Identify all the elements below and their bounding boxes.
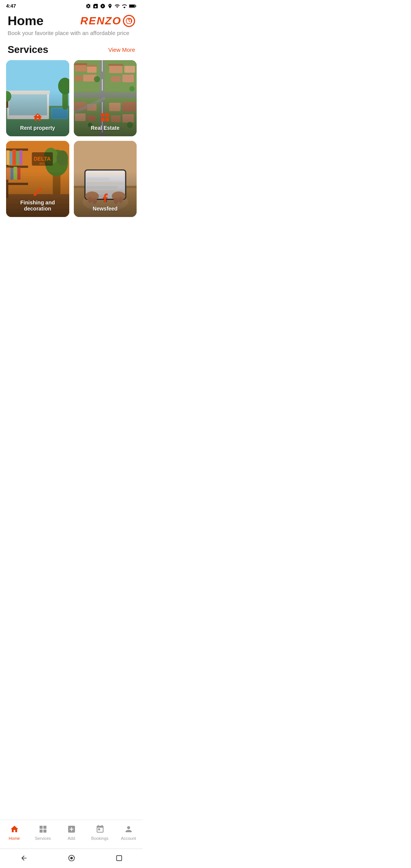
services-grid: Rent property <box>0 60 143 217</box>
view-more-button[interactable]: View More <box>108 46 135 53</box>
svg-rect-81 <box>86 177 109 180</box>
wifi-icon <box>115 3 120 9</box>
page-subtitle: Book your favorite place with an afforda… <box>0 30 143 42</box>
battery-icon <box>129 3 137 9</box>
nav-label-add: Add <box>68 836 75 841</box>
nav-item-bookings[interactable]: Bookings <box>86 824 114 841</box>
nav-label-home: Home <box>9 836 20 841</box>
svg-rect-33 <box>122 75 134 82</box>
nav-item-add[interactable]: Add <box>57 824 86 841</box>
rent-property-icon <box>32 111 44 123</box>
android-nav-bar <box>0 849 143 868</box>
svg-rect-20 <box>102 79 102 91</box>
service-card-rent-property[interactable]: Rent property <box>6 60 69 136</box>
svg-rect-18 <box>74 93 137 98</box>
status-time: 4:47 <box>6 3 16 9</box>
media-icon <box>100 3 105 9</box>
real-estate-label: Real Estate <box>91 125 119 131</box>
svg-rect-2 <box>129 5 135 7</box>
page-header: Home RENZO <box>0 10 143 30</box>
status-icons <box>86 3 137 9</box>
svg-point-15 <box>37 115 38 116</box>
card-label-realestate: Real Estate <box>74 107 137 136</box>
nav-label-account: Account <box>121 836 136 841</box>
nav-item-home[interactable]: Home <box>0 824 29 841</box>
services-title: Services <box>8 44 48 56</box>
account-nav-icon <box>123 824 134 834</box>
svg-rect-26 <box>86 65 97 67</box>
svg-rect-31 <box>124 66 135 73</box>
svg-rect-29 <box>109 65 122 73</box>
card-label-newsfeed: Newsfeed <box>74 188 137 217</box>
svg-point-42 <box>94 76 100 82</box>
svg-rect-8 <box>6 91 50 94</box>
finishing-label: Finishing and decoration <box>11 199 65 212</box>
svg-rect-19 <box>102 60 102 72</box>
card-label-finishing: Finishing and decoration <box>6 182 69 217</box>
rent-property-label: Rent property <box>20 125 55 131</box>
svg-rect-27 <box>75 75 82 81</box>
svg-rect-24 <box>74 63 87 65</box>
bottom-navigation: Home Services Add Bookings <box>0 820 143 848</box>
location-icon <box>107 3 113 9</box>
finishing-icon <box>32 186 44 198</box>
app-logo: RENZO <box>80 15 135 27</box>
back-button[interactable] <box>17 851 31 865</box>
settings-icon <box>86 3 91 9</box>
home-nav-icon <box>9 824 20 834</box>
svg-rect-96 <box>116 855 121 860</box>
svg-rect-30 <box>108 64 123 66</box>
nav-label-bookings: Bookings <box>91 836 108 841</box>
nav-label-services: Services <box>35 836 51 841</box>
add-nav-icon <box>66 824 77 834</box>
logo-clock-icon <box>123 15 135 27</box>
card-label-rent: Rent property <box>6 107 69 136</box>
service-card-newsfeed[interactable]: Newsfeed <box>74 141 137 217</box>
recents-button[interactable] <box>112 851 126 865</box>
svg-rect-32 <box>111 76 120 82</box>
svg-rect-82 <box>86 182 124 185</box>
nav-item-account[interactable]: Account <box>114 824 143 841</box>
home-button[interactable] <box>65 851 78 865</box>
svg-rect-13 <box>6 98 8 108</box>
service-card-real-estate[interactable]: Real Estate <box>74 60 137 136</box>
svg-rect-1 <box>135 5 136 7</box>
svg-point-3 <box>126 18 132 24</box>
nav-item-services[interactable]: Services <box>29 824 57 841</box>
page-title: Home <box>8 13 43 28</box>
status-bar: 4:47 <box>0 0 143 10</box>
signal-icon <box>122 3 127 9</box>
newsfeed-icon <box>99 192 111 204</box>
service-card-finishing[interactable]: DELTA IPA Finishing and decoration <box>6 141 69 217</box>
real-estate-icon <box>99 111 111 123</box>
svg-point-95 <box>70 857 73 860</box>
bookings-nav-icon <box>95 824 105 834</box>
newsfeed-label: Newsfeed <box>93 206 118 212</box>
svg-point-14 <box>6 91 11 102</box>
services-nav-icon <box>38 824 48 834</box>
sim-icon <box>93 3 98 9</box>
svg-rect-80 <box>86 172 124 176</box>
svg-point-43 <box>129 86 134 91</box>
services-section-header: Services View More <box>0 42 143 60</box>
logo-text: RENZO <box>80 15 121 27</box>
svg-rect-25 <box>87 66 96 73</box>
